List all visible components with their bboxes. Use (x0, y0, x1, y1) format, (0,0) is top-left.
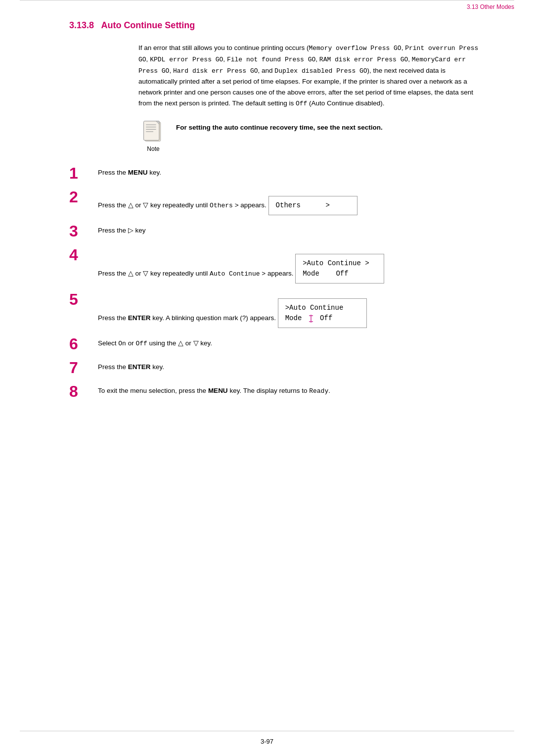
step-6-row: 6 Select On or Off using the △ or ▽ key. (69, 335, 485, 352)
step-7-number: 7 (69, 359, 93, 376)
note-icon (141, 119, 165, 144)
step-4-row: 4 Press the △ or ▽ key repeatedly until … (69, 246, 485, 284)
step-3-content: Press the ▷ key (98, 222, 485, 236)
step-1-row: 1 Press the MENU key. (69, 164, 485, 181)
step-2-row: 2 Press the △ or ▽ key repeatedly until … (69, 188, 485, 215)
section-number: 3.13.8 (69, 20, 94, 30)
step-1-content: Press the MENU key. (98, 164, 485, 178)
step-8-number: 8 (69, 382, 93, 399)
step-7-content: Press the ENTER key. (98, 359, 485, 373)
page-container: 3.13 Other Modes 3.13.8 Auto Continue Se… (0, 0, 534, 756)
step-5-content: Press the ENTER key. A blinking question… (98, 290, 485, 328)
section-title: Auto Continue Setting (101, 20, 195, 30)
note-label: Note (147, 145, 159, 152)
step-6-number: 6 (69, 335, 93, 352)
section-heading: 3.13.8 Auto Continue Setting (69, 20, 504, 31)
step-8-row: 8 To exit the menu selection, press the … (69, 382, 485, 399)
step-8-content: To exit the menu selection, press the ME… (98, 382, 485, 397)
step-7-row: 7 Press the ENTER key. (69, 359, 485, 376)
step-4-content: Press the △ or ▽ key repeatedly until Au… (98, 246, 485, 284)
step-6-content: Select On or Off using the △ or ▽ key. (98, 335, 485, 349)
step-5-row: 5 Press the ENTER key. A blinking questi… (69, 290, 485, 328)
body-paragraph: If an error that still allows you to con… (138, 43, 485, 109)
step-4-display: >Auto Continue > Mode Off (295, 254, 384, 284)
section-ref-text: 3.13 Other Modes (467, 3, 514, 10)
note-icon-area: Note (138, 119, 168, 152)
step-5-number: 5 (69, 290, 93, 307)
note-box: Note For setting the auto continue recov… (138, 119, 485, 152)
top-rule (20, 0, 514, 3)
bottom-rule (20, 731, 514, 731)
step-2-number: 2 (69, 188, 93, 205)
step-3-number: 3 (69, 222, 93, 239)
step-5-display: >Auto Continue Mode Off (278, 298, 367, 328)
svg-rect-1 (144, 121, 159, 141)
page-number: 3-97 (0, 738, 534, 745)
step-3-row: 3 Press the ▷ key (69, 222, 485, 239)
step-4-number: 4 (69, 246, 93, 263)
step-2-content: Press the △ or ▽ key repeatedly until Ot… (98, 188, 485, 215)
step-2-display: Others > (268, 196, 357, 215)
header-section-ref: 3.13 Other Modes (0, 3, 534, 10)
content-area: 3.13.8 Auto Continue Setting If an error… (0, 15, 534, 436)
cursor-mark (307, 315, 315, 323)
note-text: For setting the auto continue recovery t… (176, 119, 383, 133)
step-1-number: 1 (69, 164, 93, 181)
